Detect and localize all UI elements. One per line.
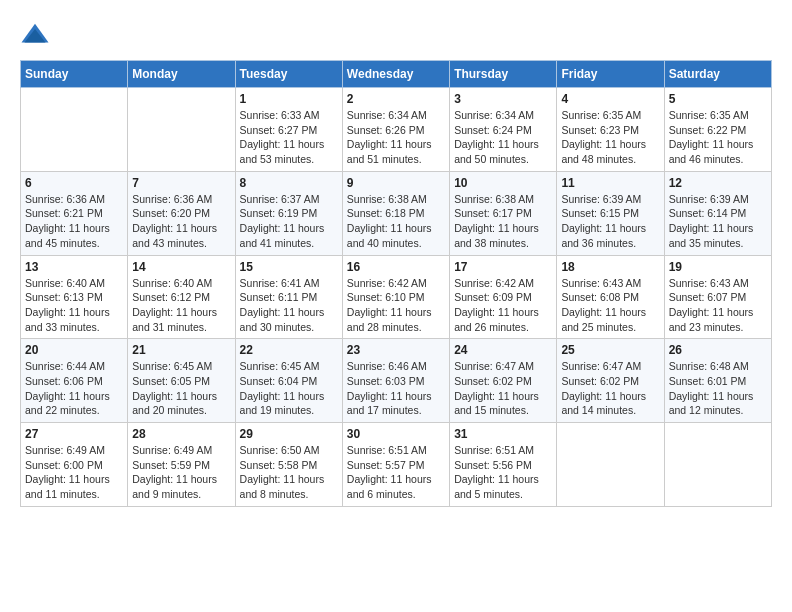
calendar-cell: 25 Sunrise: 6:47 AMSunset: 6:02 PMDaylig… [557, 339, 664, 423]
day-info: Sunrise: 6:33 AMSunset: 6:27 PMDaylight:… [240, 108, 338, 167]
calendar-cell: 3 Sunrise: 6:34 AMSunset: 6:24 PMDayligh… [450, 88, 557, 172]
calendar-cell: 15 Sunrise: 6:41 AMSunset: 6:11 PMDaylig… [235, 255, 342, 339]
day-number: 30 [347, 427, 445, 441]
calendar-cell: 29 Sunrise: 6:50 AMSunset: 5:58 PMDaylig… [235, 423, 342, 507]
calendar-cell: 30 Sunrise: 6:51 AMSunset: 5:57 PMDaylig… [342, 423, 449, 507]
calendar-cell: 26 Sunrise: 6:48 AMSunset: 6:01 PMDaylig… [664, 339, 771, 423]
day-number: 25 [561, 343, 659, 357]
day-number: 9 [347, 176, 445, 190]
day-number: 21 [132, 343, 230, 357]
calendar-cell: 6 Sunrise: 6:36 AMSunset: 6:21 PMDayligh… [21, 171, 128, 255]
day-number: 11 [561, 176, 659, 190]
calendar-table: SundayMondayTuesdayWednesdayThursdayFrid… [20, 60, 772, 507]
day-number: 13 [25, 260, 123, 274]
calendar-cell: 4 Sunrise: 6:35 AMSunset: 6:23 PMDayligh… [557, 88, 664, 172]
day-number: 26 [669, 343, 767, 357]
day-number: 15 [240, 260, 338, 274]
day-number: 23 [347, 343, 445, 357]
day-number: 7 [132, 176, 230, 190]
day-info: Sunrise: 6:37 AMSunset: 6:19 PMDaylight:… [240, 192, 338, 251]
calendar-cell: 24 Sunrise: 6:47 AMSunset: 6:02 PMDaylig… [450, 339, 557, 423]
day-number: 20 [25, 343, 123, 357]
day-number: 3 [454, 92, 552, 106]
logo-icon [20, 20, 50, 50]
day-number: 28 [132, 427, 230, 441]
day-number: 2 [347, 92, 445, 106]
day-number: 1 [240, 92, 338, 106]
day-info: Sunrise: 6:51 AMSunset: 5:56 PMDaylight:… [454, 443, 552, 502]
calendar-cell: 10 Sunrise: 6:38 AMSunset: 6:17 PMDaylig… [450, 171, 557, 255]
calendar-cell: 5 Sunrise: 6:35 AMSunset: 6:22 PMDayligh… [664, 88, 771, 172]
calendar-cell: 9 Sunrise: 6:38 AMSunset: 6:18 PMDayligh… [342, 171, 449, 255]
day-number: 4 [561, 92, 659, 106]
calendar-cell: 12 Sunrise: 6:39 AMSunset: 6:14 PMDaylig… [664, 171, 771, 255]
day-info: Sunrise: 6:38 AMSunset: 6:18 PMDaylight:… [347, 192, 445, 251]
day-number: 19 [669, 260, 767, 274]
day-info: Sunrise: 6:48 AMSunset: 6:01 PMDaylight:… [669, 359, 767, 418]
day-number: 10 [454, 176, 552, 190]
weekday-header-saturday: Saturday [664, 61, 771, 88]
calendar-cell: 11 Sunrise: 6:39 AMSunset: 6:15 PMDaylig… [557, 171, 664, 255]
weekday-header-friday: Friday [557, 61, 664, 88]
calendar-cell: 23 Sunrise: 6:46 AMSunset: 6:03 PMDaylig… [342, 339, 449, 423]
calendar-cell: 2 Sunrise: 6:34 AMSunset: 6:26 PMDayligh… [342, 88, 449, 172]
calendar-cell: 20 Sunrise: 6:44 AMSunset: 6:06 PMDaylig… [21, 339, 128, 423]
day-info: Sunrise: 6:49 AMSunset: 5:59 PMDaylight:… [132, 443, 230, 502]
day-number: 14 [132, 260, 230, 274]
logo [20, 20, 54, 50]
weekday-header-thursday: Thursday [450, 61, 557, 88]
day-info: Sunrise: 6:43 AMSunset: 6:08 PMDaylight:… [561, 276, 659, 335]
weekday-header-tuesday: Tuesday [235, 61, 342, 88]
day-info: Sunrise: 6:49 AMSunset: 6:00 PMDaylight:… [25, 443, 123, 502]
day-number: 29 [240, 427, 338, 441]
day-number: 18 [561, 260, 659, 274]
day-info: Sunrise: 6:36 AMSunset: 6:21 PMDaylight:… [25, 192, 123, 251]
day-info: Sunrise: 6:45 AMSunset: 6:04 PMDaylight:… [240, 359, 338, 418]
day-info: Sunrise: 6:39 AMSunset: 6:14 PMDaylight:… [669, 192, 767, 251]
day-info: Sunrise: 6:45 AMSunset: 6:05 PMDaylight:… [132, 359, 230, 418]
day-info: Sunrise: 6:50 AMSunset: 5:58 PMDaylight:… [240, 443, 338, 502]
day-info: Sunrise: 6:47 AMSunset: 6:02 PMDaylight:… [454, 359, 552, 418]
calendar-cell: 18 Sunrise: 6:43 AMSunset: 6:08 PMDaylig… [557, 255, 664, 339]
day-info: Sunrise: 6:47 AMSunset: 6:02 PMDaylight:… [561, 359, 659, 418]
calendar-cell: 27 Sunrise: 6:49 AMSunset: 6:00 PMDaylig… [21, 423, 128, 507]
calendar-cell: 14 Sunrise: 6:40 AMSunset: 6:12 PMDaylig… [128, 255, 235, 339]
calendar-cell: 17 Sunrise: 6:42 AMSunset: 6:09 PMDaylig… [450, 255, 557, 339]
page-header [20, 20, 772, 50]
day-info: Sunrise: 6:35 AMSunset: 6:22 PMDaylight:… [669, 108, 767, 167]
day-info: Sunrise: 6:34 AMSunset: 6:26 PMDaylight:… [347, 108, 445, 167]
day-number: 5 [669, 92, 767, 106]
calendar-cell [128, 88, 235, 172]
day-number: 16 [347, 260, 445, 274]
day-info: Sunrise: 6:36 AMSunset: 6:20 PMDaylight:… [132, 192, 230, 251]
day-info: Sunrise: 6:44 AMSunset: 6:06 PMDaylight:… [25, 359, 123, 418]
calendar-cell: 28 Sunrise: 6:49 AMSunset: 5:59 PMDaylig… [128, 423, 235, 507]
day-info: Sunrise: 6:46 AMSunset: 6:03 PMDaylight:… [347, 359, 445, 418]
day-number: 31 [454, 427, 552, 441]
day-number: 17 [454, 260, 552, 274]
day-info: Sunrise: 6:34 AMSunset: 6:24 PMDaylight:… [454, 108, 552, 167]
day-number: 27 [25, 427, 123, 441]
day-info: Sunrise: 6:42 AMSunset: 6:09 PMDaylight:… [454, 276, 552, 335]
day-info: Sunrise: 6:41 AMSunset: 6:11 PMDaylight:… [240, 276, 338, 335]
calendar-cell: 13 Sunrise: 6:40 AMSunset: 6:13 PMDaylig… [21, 255, 128, 339]
day-number: 12 [669, 176, 767, 190]
day-info: Sunrise: 6:42 AMSunset: 6:10 PMDaylight:… [347, 276, 445, 335]
weekday-header-monday: Monday [128, 61, 235, 88]
day-info: Sunrise: 6:43 AMSunset: 6:07 PMDaylight:… [669, 276, 767, 335]
calendar-cell: 7 Sunrise: 6:36 AMSunset: 6:20 PMDayligh… [128, 171, 235, 255]
calendar-cell: 16 Sunrise: 6:42 AMSunset: 6:10 PMDaylig… [342, 255, 449, 339]
day-info: Sunrise: 6:38 AMSunset: 6:17 PMDaylight:… [454, 192, 552, 251]
calendar-cell: 8 Sunrise: 6:37 AMSunset: 6:19 PMDayligh… [235, 171, 342, 255]
calendar-cell: 31 Sunrise: 6:51 AMSunset: 5:56 PMDaylig… [450, 423, 557, 507]
calendar-cell [557, 423, 664, 507]
weekday-header-wednesday: Wednesday [342, 61, 449, 88]
calendar-cell [664, 423, 771, 507]
calendar-cell [21, 88, 128, 172]
calendar-cell: 19 Sunrise: 6:43 AMSunset: 6:07 PMDaylig… [664, 255, 771, 339]
day-info: Sunrise: 6:40 AMSunset: 6:12 PMDaylight:… [132, 276, 230, 335]
day-number: 8 [240, 176, 338, 190]
weekday-header-sunday: Sunday [21, 61, 128, 88]
day-info: Sunrise: 6:51 AMSunset: 5:57 PMDaylight:… [347, 443, 445, 502]
day-info: Sunrise: 6:40 AMSunset: 6:13 PMDaylight:… [25, 276, 123, 335]
